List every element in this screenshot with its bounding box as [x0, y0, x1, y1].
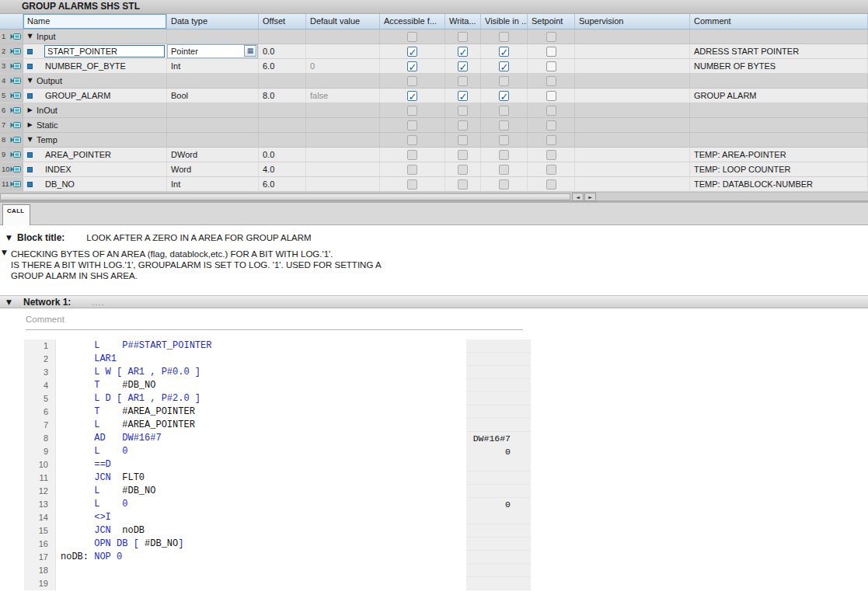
code-line[interactable]: 18	[24, 564, 868, 577]
datatype-cell[interactable]: Word	[167, 162, 259, 176]
supervision-cell[interactable]	[575, 118, 690, 132]
column-header[interactable]: Data type	[167, 14, 259, 29]
visible-checkbox[interactable]	[499, 150, 509, 160]
accessible-checkbox[interactable]	[407, 76, 417, 86]
column-header[interactable]: Visible in ...	[481, 14, 528, 29]
column-header[interactable]: Accessible f...	[380, 14, 445, 29]
column-header[interactable]: Comment	[690, 14, 868, 29]
table-row[interactable]: 9 AREA_POINTER DWord 0.0	[0, 148, 868, 162]
table-row[interactable]: 7 Static	[0, 118, 868, 133]
code-line[interactable]: 4 T #DB_NO	[24, 379, 868, 392]
supervision-cell[interactable]	[575, 89, 690, 103]
supervision-cell[interactable]	[575, 44, 690, 58]
expand-arrow-icon[interactable]	[26, 133, 34, 147]
code-line[interactable]: 16 OPN DB [ #DB_NO]	[24, 538, 868, 551]
block-comment-text[interactable]: CHECKING BYTES OF AN AREA (flag, datablo…	[11, 249, 382, 281]
accessible-checkbox[interactable]	[407, 179, 417, 190]
offset-cell[interactable]: 8.0	[259, 89, 306, 103]
writable-checkbox[interactable]	[458, 47, 468, 57]
offset-cell[interactable]: 0.0	[259, 148, 306, 162]
table-row[interactable]: 3 NUMBER_OF_BYTE Int 6.0 0	[0, 59, 868, 74]
setpoint-checkbox[interactable]	[546, 32, 556, 42]
code-line[interactable]: 17 noDB: NOP 0	[24, 551, 868, 564]
comment-cell[interactable]: TEMP: LOOP COUNTER	[690, 162, 868, 176]
comment-cell[interactable]	[690, 133, 868, 147]
scroll-left-icon[interactable]	[572, 193, 584, 201]
code-line[interactable]: 6 T #AREA_POINTER	[24, 405, 868, 419]
setpoint-checkbox[interactable]	[546, 165, 556, 175]
writable-checkbox[interactable]	[458, 179, 468, 190]
visible-checkbox[interactable]	[499, 120, 509, 130]
scrollbar-thumb[interactable]	[0, 193, 570, 200]
default-value-cell[interactable]	[306, 118, 380, 132]
column-header[interactable]: Default value	[306, 14, 380, 29]
supervision-cell[interactable]	[575, 133, 690, 147]
datatype-cell[interactable]	[167, 74, 259, 88]
table-row[interactable]: 10 INDEX Word 4.0	[0, 162, 868, 177]
code-line[interactable]: 14 <>I	[24, 511, 868, 524]
table-row[interactable]: 4 Output	[0, 74, 868, 89]
code-text[interactable]: L #DB_NO	[56, 485, 466, 498]
setpoint-checkbox[interactable]	[546, 179, 556, 190]
supervision-cell[interactable]	[575, 74, 690, 88]
code-line[interactable]: 19	[24, 577, 868, 590]
code-text[interactable]: JCN noDB	[56, 524, 466, 538]
supervision-cell[interactable]	[575, 177, 690, 191]
writable-checkbox[interactable]	[458, 120, 468, 130]
comment-cell[interactable]: ADRESS START POINTER	[690, 44, 868, 58]
supervision-cell[interactable]	[575, 162, 690, 176]
code-line[interactable]: 12 L #DB_NO	[24, 485, 868, 498]
comment-cell[interactable]: TEMP: AREA-POINTER	[690, 148, 868, 162]
visible-checkbox[interactable]	[499, 47, 509, 57]
writable-checkbox[interactable]	[458, 91, 468, 101]
code-line[interactable]: 11 JCN FLT0	[24, 471, 868, 485]
visible-checkbox[interactable]	[499, 61, 509, 71]
datatype-cell[interactable]: Bool	[167, 89, 259, 103]
setpoint-checkbox[interactable]	[546, 120, 556, 130]
writable-checkbox[interactable]	[458, 150, 468, 160]
visible-checkbox[interactable]	[499, 32, 509, 42]
expand-arrow-icon[interactable]	[26, 118, 34, 132]
setpoint-checkbox[interactable]	[546, 91, 556, 101]
expand-arrow-icon[interactable]	[26, 103, 34, 117]
name-cell[interactable]: Temp	[23, 133, 167, 147]
datatype-cell[interactable]	[167, 118, 259, 132]
code-text[interactable]: L #AREA_POINTER	[56, 419, 466, 432]
accessible-checkbox[interactable]	[407, 135, 417, 145]
setpoint-checkbox[interactable]	[546, 150, 556, 160]
tab-call[interactable]: CALL	[2, 204, 30, 225]
code-line[interactable]: 10 ==D	[24, 458, 868, 471]
name-cell[interactable]: AREA_POINTER	[23, 148, 167, 162]
offset-cell[interactable]	[259, 103, 306, 117]
default-value-cell[interactable]	[306, 44, 380, 58]
supervision-cell[interactable]	[575, 59, 690, 73]
accessible-checkbox[interactable]	[407, 32, 417, 42]
accessible-checkbox[interactable]	[407, 120, 417, 130]
default-value-cell[interactable]	[306, 133, 380, 147]
code-line[interactable]: 3 L W [ AR1 , P#0.0 ]	[24, 366, 868, 379]
default-value-cell[interactable]	[306, 162, 380, 176]
name-cell[interactable]: InOut	[23, 103, 167, 117]
name-cell[interactable]: GROUP_ALARM	[23, 89, 167, 103]
offset-cell[interactable]	[259, 30, 306, 43]
visible-checkbox[interactable]	[499, 165, 509, 175]
accessible-checkbox[interactable]	[407, 165, 417, 175]
table-row[interactable]: 1 Input	[0, 30, 868, 44]
name-cell[interactable]: DB_NO	[23, 177, 167, 191]
code-text[interactable]: L D [ AR1 , P#2.0 ]	[56, 392, 466, 405]
name-cell[interactable]: NUMBER_OF_BYTE	[23, 59, 167, 73]
column-header[interactable]: Offset	[259, 14, 306, 29]
code-text[interactable]	[56, 564, 466, 577]
code-text[interactable]: L 0	[56, 498, 466, 512]
code-line[interactable]: 8 AD DW#16#7 DW#16#7	[24, 432, 868, 445]
visible-checkbox[interactable]	[499, 106, 509, 116]
writable-checkbox[interactable]	[458, 76, 468, 86]
setpoint-checkbox[interactable]	[546, 61, 556, 71]
block-title-value[interactable]: LOOK AFTER A ZERO IN A AREA FOR GROUP AL…	[86, 233, 311, 242]
comment-cell[interactable]: NUMBER OF BYTES	[690, 59, 868, 73]
supervision-cell[interactable]	[575, 148, 690, 162]
code-text[interactable]: L W [ AR1 , P#0.0 ]	[56, 366, 466, 379]
writable-checkbox[interactable]	[458, 32, 468, 42]
expand-arrow-icon[interactable]	[26, 30, 34, 43]
code-text[interactable]: AD DW#16#7	[56, 432, 466, 446]
